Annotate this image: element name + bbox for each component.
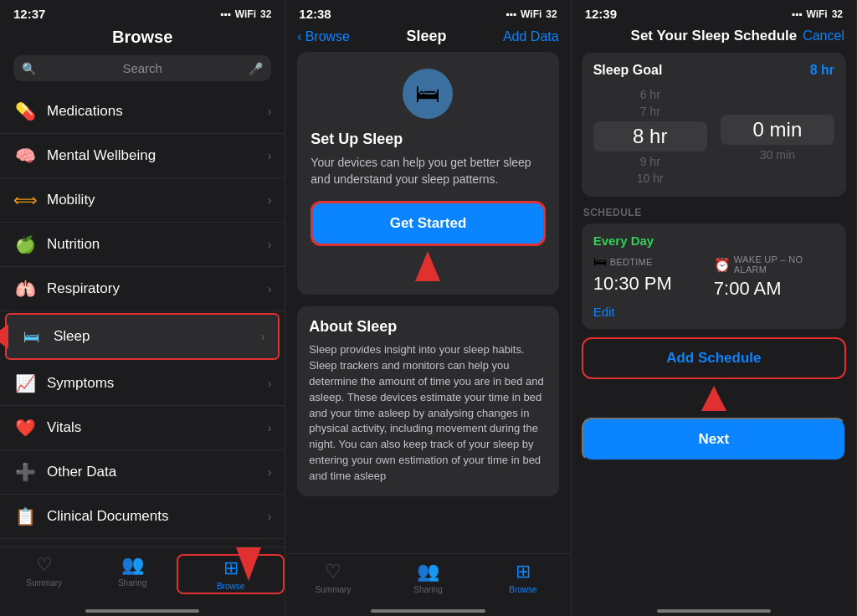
back-chevron: ‹ (297, 29, 301, 44)
hour-picker-col: 6 hr 7 hr 8 hr 9 hr 10 hr (593, 86, 707, 187)
mental-label: Mental Wellbeing (47, 147, 268, 164)
symptoms-icon: 📈 (13, 372, 37, 395)
schedule-content: Sleep Goal 8 hr 6 hr 7 hr 8 hr 9 hr 10 h… (572, 53, 856, 604)
back-button[interactable]: ‹ Browse (297, 29, 350, 44)
status-icons-3: ▪▪▪ WiFi 32 (792, 8, 843, 20)
signal-icon-2: ▪▪▪ (505, 8, 516, 20)
browse-item-mobility[interactable]: ⟺ Mobility › (0, 178, 285, 223)
browse-item-medications[interactable]: 💊 Medications › (0, 90, 285, 134)
nutrition-label: Nutrition (47, 236, 268, 253)
mobility-icon: ⟺ (13, 188, 37, 212)
tab-sharing-1[interactable]: 👥 Sharing (88, 554, 176, 594)
sleep-goal-row: Sleep Goal 8 hr (593, 63, 834, 78)
chevron-medications: › (268, 105, 272, 118)
hour-dim-1: 6 hr (593, 86, 707, 103)
wifi-icon: WiFi (235, 8, 256, 20)
battery-icon: 32 (260, 8, 271, 20)
wakeup-label: WAKE UP – NO ALARM (734, 254, 834, 275)
min-selected: 0 min (721, 115, 834, 145)
summary-icon-2: ♡ (325, 561, 341, 583)
sharing-icon-1: 👥 (121, 554, 144, 576)
wifi-icon-2: WiFi (521, 8, 541, 20)
battery-icon-2: 32 (546, 8, 557, 20)
browse-item-mental[interactable]: 🧠 Mental Wellbeing › (0, 134, 285, 178)
get-started-button[interactable]: Get Started (310, 201, 545, 246)
summary-label-1: Summary (26, 578, 62, 588)
browse-item-sleep[interactable]: 🛏 Sleep › (5, 313, 280, 360)
tab-sharing-2[interactable]: 👥 Sharing (381, 561, 475, 594)
min-picker-col: 0 min 30 min (721, 106, 834, 167)
cancel-button[interactable]: Cancel (803, 28, 844, 44)
wakeup-icon: ⏰ (714, 257, 731, 273)
tab-browse-1[interactable]: ⊞ Browse (177, 554, 285, 594)
wifi-icon-3: WiFi (806, 8, 827, 20)
other-label: Other Data (47, 464, 268, 480)
arrow-to-sleep (0, 324, 8, 349)
add-schedule-container: Add Schedule (582, 337, 846, 388)
arrow-to-add-schedule (701, 386, 726, 411)
browse-icon-2: ⊞ (516, 561, 531, 583)
bedtime-label: BEDTIME (610, 257, 653, 267)
browse-list: 💊 Medications › 🧠 Mental Wellbeing › ⟺ M… (0, 90, 285, 547)
schedule-title: Set Your Sleep Schedule (631, 28, 798, 44)
tab-browse-2[interactable]: ⊞ Browse (475, 561, 570, 594)
bedtime-col: 🛏 BEDTIME 10:30 PM (593, 254, 714, 300)
min-dim-4 (721, 163, 834, 167)
browse-item-other[interactable]: ➕ Other Data › (0, 450, 285, 495)
sleep-nav-title: Sleep (406, 28, 446, 45)
back-label: Browse (305, 29, 350, 44)
time-2: 12:38 (299, 7, 331, 21)
edit-link[interactable]: Edit (593, 305, 834, 319)
search-icon: 🔍 (22, 62, 36, 75)
chevron-sleep: › (261, 330, 265, 343)
sleep-bed-icon: 🛏 (403, 69, 453, 119)
tab-summary-1[interactable]: ♡ Summary (0, 554, 88, 594)
add-data-button[interactable]: Add Data (503, 29, 559, 44)
browse-item-respiratory[interactable]: 🫁 Respiratory › (0, 267, 285, 311)
status-bar-1: 12:37 ▪▪▪ WiFi 32 (0, 0, 285, 24)
chevron-clinical: › (268, 510, 272, 523)
schedule-header: Set Your Sleep Schedule Cancel (572, 24, 856, 53)
respiratory-icon: 🫁 (13, 277, 37, 300)
next-button[interactable]: Next (582, 418, 846, 461)
browse-item-clinical[interactable]: 📋 Clinical Documents › (0, 495, 285, 539)
symptoms-label: Symptoms (47, 375, 268, 392)
time-picker[interactable]: 6 hr 7 hr 8 hr 9 hr 10 hr 0 min 30 min (593, 86, 834, 187)
other-icon: ➕ (13, 460, 37, 484)
hour-dim-3: 9 hr (593, 153, 707, 170)
browse-icon-1: ⊞ (223, 557, 239, 579)
search-bar[interactable]: 🔍 Search 🎤 (13, 55, 271, 81)
nutrition-icon: 🍏 (13, 233, 37, 256)
every-day-label: Every Day (593, 234, 834, 248)
browse-label-2: Browse (509, 585, 536, 594)
summary-label-2: Summary (316, 585, 352, 594)
panel-sleep: 12:38 ▪▪▪ WiFi 32 ‹ Browse Sleep Add Dat… (285, 0, 571, 616)
vitals-label: Vitals (47, 419, 268, 436)
home-indicator-2 (371, 609, 485, 613)
add-schedule-button[interactable]: Add Schedule (582, 337, 846, 379)
setup-sleep-title: Set Up Sleep (310, 131, 403, 148)
status-bar-3: 12:39 ▪▪▪ WiFi 32 (572, 0, 856, 24)
battery-icon-3: 32 (832, 8, 843, 20)
browse-item-vitals[interactable]: ❤️ Vitals › (0, 406, 285, 450)
browse-label-1: Browse (217, 582, 244, 591)
chevron-other: › (268, 465, 272, 479)
browse-item-symptoms[interactable]: 📈 Symptoms › (0, 362, 285, 406)
sharing-label-2: Sharing (413, 585, 442, 594)
sleep-goal-card: Sleep Goal 8 hr 6 hr 7 hr 8 hr 9 hr 10 h… (582, 53, 846, 197)
chevron-mobility: › (268, 193, 272, 207)
browse-item-nutrition[interactable]: 🍏 Nutrition › (0, 223, 285, 267)
tab-summary-2[interactable]: ♡ Summary (285, 561, 380, 594)
status-bar-2: 12:38 ▪▪▪ WiFi 32 (285, 0, 570, 24)
chevron-mental: › (268, 149, 272, 162)
sleep-content: 🛏 Set Up Sleep Your devices can help you… (285, 52, 570, 553)
svg-marker-3 (701, 386, 726, 411)
chevron-symptoms: › (268, 377, 272, 390)
wakeup-col: ⏰ WAKE UP – NO ALARM 7:00 AM (714, 254, 834, 300)
signal-icon-3: ▪▪▪ (792, 8, 803, 20)
sleep-hero-card: 🛏 Set Up Sleep Your devices can help you… (297, 52, 558, 295)
summary-icon-1: ♡ (36, 554, 53, 576)
browse-header: Browse 🔍 Search 🎤 (0, 24, 285, 90)
time-1: 12:37 (13, 7, 45, 21)
clinical-icon: 📋 (13, 505, 37, 528)
